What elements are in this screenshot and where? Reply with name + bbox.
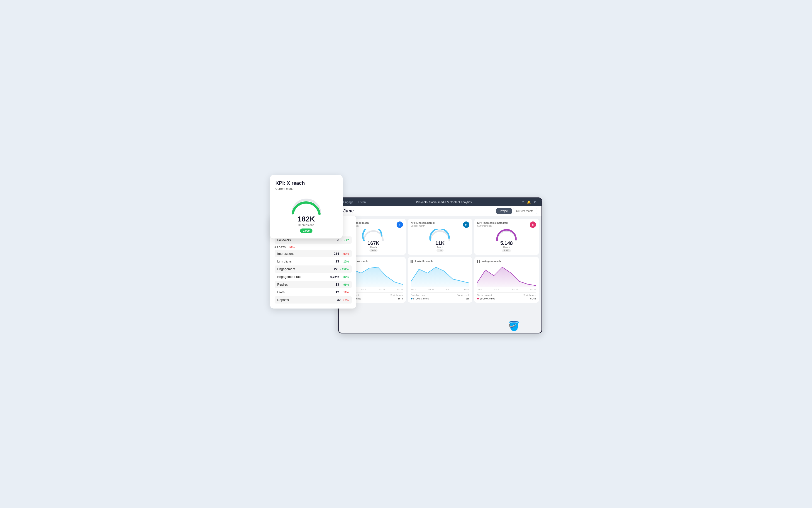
month-title: June [343,208,354,214]
nav-engage[interactable]: Engage [343,200,354,204]
pipe-decoration: 🪣 [508,321,520,331]
followers-label: Followers [277,238,291,242]
metric-row: Engagement rate 4,75% ↑ 80% [275,273,352,281]
gear-icon[interactable]: ⚙ [534,200,537,204]
followers-change: ↑ 27 [344,239,349,242]
posts-change: ↓ 91% [287,246,294,249]
gauge-badge: 9.000 [300,228,312,233]
gauge-svg [288,194,324,217]
kpi-card: KPI: LinkedIn bereik Current month in 11… [408,219,472,255]
topbar-icons: ? 🔔 ⚙ [522,200,537,204]
chart-card: ▌▌ Instagram reach Jun 3Jun 10Jun 17Jun … [474,257,538,303]
kpi-card-grid: KPI: Facebook reach Current month f 167K… [341,219,539,255]
chart-card: ▌▌ LinkedIn reach Jun 3Jun 10Jun 17Jun 2… [408,257,472,303]
chart-svg [477,264,536,287]
dashboard-subbar: June Project Current month [339,206,541,216]
posts-section-header: 8 POSTS ↓ 91% [275,246,352,249]
dashboard-panel: Engage Listen Proyecto: Social media & C… [338,198,542,333]
bell-icon[interactable]: 🔔 [527,200,531,204]
filter-current-month[interactable]: Current month [513,208,537,214]
metric-row: Link clicks 23 ↑ 12% [275,258,352,265]
filter-project[interactable]: Project [496,208,512,214]
topbar-project: Proyecto: Social media & Content anaytic… [416,200,472,204]
scene: KPI: X reach Current month 182K Impressi… [270,175,542,333]
metric-row: Impressions 234 ↓ 91% [275,250,352,257]
svg-marker-1 [411,267,470,287]
kpi-title: KPI: X reach [276,180,337,186]
kpi-card: KPI: Impressies Instagram Current month … [474,219,538,255]
topbar-nav: Engage Listen [343,200,366,204]
nav-listen[interactable]: Listen [358,200,366,204]
filter-group: Project Current month [496,208,537,214]
gauge-label: Impressions [298,223,314,227]
gauge-value: 182K [297,215,315,223]
bar-chart-icon: ▌▌ [411,260,414,262]
metric-row: Reposts 32 ↓ 9% [275,296,352,303]
metric-row: Replies 13 ↑ 98% [275,281,352,288]
topbar: Engage Listen Proyecto: Social media & C… [339,198,541,206]
chart-card-grid: ▌▌ Facebook reach Jun 3Jun 10Jun 17Jun 2… [341,257,539,303]
metric-row: Engagement 22 ↑ 152% [275,265,352,273]
kpi-subtitle: Current month [276,187,337,190]
bar-chart-icon: ▌▌ [477,260,481,262]
chart-svg [411,264,470,287]
kpi-float-card: KPI: X reach Current month 182K Impressi… [270,175,342,239]
dashboard-content: KPI: Facebook reach Current month f 167K… [339,216,541,330]
metric-row: Likes 12 ↓ 12% [275,289,352,296]
gauge-container: 182K Impressions 9.000 [276,194,337,233]
help-icon[interactable]: ? [522,200,524,204]
metrics-container: Impressions 234 ↓ 91% Link clicks 23 ↑ 1… [275,250,352,303]
followers-value: -10 [337,238,341,242]
